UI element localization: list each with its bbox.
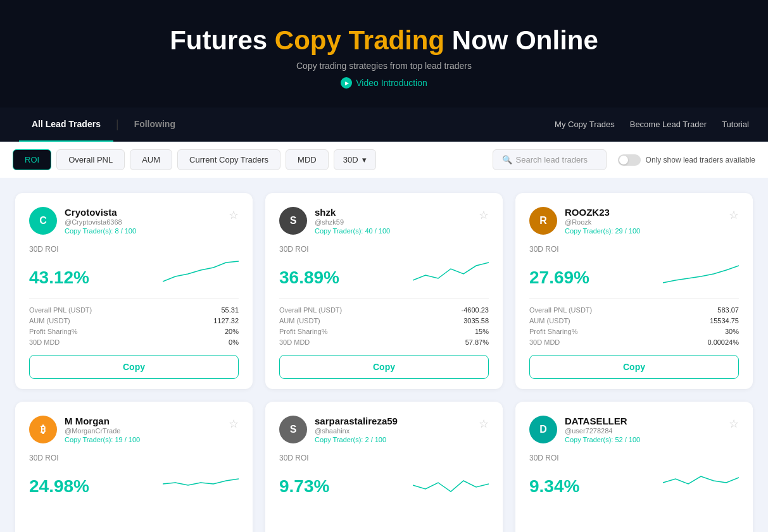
user-handle: @Roozk	[565, 218, 640, 226]
trader-card: S shzk @shzk59 Copy Trader(s): 40 / 100 …	[265, 193, 503, 389]
mdd-label: 30D MDD	[29, 338, 60, 346]
roi-section: 36.89%	[279, 256, 489, 288]
hero-section: Futures Copy Trading Now Online Copy tra…	[0, 0, 768, 108]
filter-mdd[interactable]: MDD	[286, 149, 329, 170]
copy-traders-count: Copy Trader(s): 52 / 100	[565, 436, 640, 443]
nav-left: All Lead Traders | Following	[19, 108, 188, 142]
stat-row-mdd: 30D MDD 0.00024%	[529, 338, 739, 346]
video-intro-link[interactable]: Video Introduction	[341, 77, 427, 89]
card-header: ₿ M Morgan @MorganCrTrade Copy Trader(s)…	[29, 416, 239, 443]
search-lead-traders[interactable]: 🔍 Search lead traders	[493, 149, 607, 170]
aum-value: 15534.75	[710, 317, 739, 325]
card-user: S shzk @shzk59 Copy Trader(s): 40 / 100	[279, 207, 390, 235]
hero-title-accent: Copy Trading	[275, 25, 444, 55]
roi-section: 9.34%	[529, 465, 739, 497]
roi-value: 43.12%	[29, 268, 89, 288]
pnl-value: -4600.23	[462, 306, 489, 314]
user-info: M Morgan @MorganCrTrade Copy Trader(s): …	[65, 416, 140, 443]
avatar: R	[529, 207, 557, 235]
hero-title-part2: Now Online	[444, 25, 598, 55]
main-nav: All Lead Traders | Following My Copy Tra…	[0, 108, 768, 142]
filter-bar: ROI Overall PNL AUM Current Copy Traders…	[0, 142, 768, 178]
stat-row-aum: AUM (USDT) 15534.75	[529, 317, 739, 325]
pnl-label: Overall PNL (USDT)	[529, 306, 592, 314]
stat-row-mdd: 30D MDD 0%	[29, 338, 239, 346]
user-info: ROOZK23 @Roozk Copy Trader(s): 29 / 100	[565, 207, 640, 235]
favorite-star-button[interactable]: ☆	[229, 208, 239, 222]
video-intro-label: Video Introduction	[356, 78, 427, 88]
roi-value: 9.73%	[279, 476, 329, 497]
period-dropdown[interactable]: 30D ▾	[334, 149, 376, 170]
toggle-knob	[619, 156, 628, 164]
trader-card: R ROOZK23 @Roozk Copy Trader(s): 29 / 10…	[515, 193, 753, 389]
card-header: R ROOZK23 @Roozk Copy Trader(s): 29 / 10…	[529, 207, 739, 235]
roi-section: 27.69%	[529, 256, 739, 288]
only-available-label: Only show lead traders available	[646, 156, 755, 164]
nav-tab-following[interactable]: Following	[122, 108, 188, 142]
stat-row-aum: AUM (USDT) 3035.58	[279, 317, 489, 325]
avatar: S	[279, 207, 307, 235]
nav-link-tutorial[interactable]: Tutorial	[722, 120, 749, 129]
stat-row-pnl: Overall PNL (USDT) 55.31	[29, 306, 239, 314]
user-handle: @Cryptovista6368	[65, 218, 136, 226]
favorite-star-button[interactable]: ☆	[479, 417, 489, 431]
stat-row-aum: AUM (USDT) 1127.32	[29, 317, 239, 325]
roi-mini-chart	[163, 465, 239, 497]
aum-value: 3035.58	[463, 317, 489, 325]
roi-mini-chart	[413, 465, 489, 497]
roi-mini-chart	[663, 465, 739, 497]
hero-title-part1: Futures	[170, 25, 275, 55]
stat-row-profit: Profit Sharing% 20%	[29, 328, 239, 335]
avatar: D	[529, 416, 557, 443]
aum-value: 1127.32	[213, 317, 239, 325]
stats-table: Overall PNL (USDT) -4600.23 AUM (USDT) 3…	[279, 298, 489, 346]
nav-tab-all-traders[interactable]: All Lead Traders	[19, 108, 113, 142]
copy-button[interactable]: Copy	[29, 355, 239, 379]
favorite-star-button[interactable]: ☆	[229, 417, 239, 431]
hero-title: Futures Copy Trading Now Online	[13, 25, 755, 56]
copy-button[interactable]: Copy	[279, 355, 489, 379]
only-available-toggle[interactable]	[618, 154, 641, 166]
copy-traders-count: Copy Trader(s): 19 / 100	[65, 436, 140, 443]
trader-card: ₿ M Morgan @MorganCrTrade Copy Trader(s)…	[15, 402, 253, 532]
favorite-star-button[interactable]: ☆	[729, 208, 739, 222]
roi-label: 30D ROI	[279, 454, 489, 462]
favorite-star-button[interactable]: ☆	[729, 417, 739, 431]
pnl-value: 583.07	[717, 306, 739, 314]
favorite-star-button[interactable]: ☆	[479, 208, 489, 222]
card-header: S shzk @shzk59 Copy Trader(s): 40 / 100 …	[279, 207, 489, 235]
user-name: sarparastalireza59	[315, 416, 398, 426]
user-name: DATASELLER	[565, 416, 640, 426]
user-handle: @user7278284	[565, 427, 640, 435]
aum-label: AUM (USDT)	[29, 317, 70, 325]
roi-label: 30D ROI	[29, 245, 239, 254]
stat-row-profit: Profit Sharing% 30%	[529, 328, 739, 335]
roi-value: 24.98%	[29, 476, 89, 497]
traders-grid: C Cryotovista @Cryptovista6368 Copy Trad…	[0, 178, 768, 532]
user-info: shzk @shzk59 Copy Trader(s): 40 / 100	[315, 207, 390, 235]
roi-label: 30D ROI	[279, 245, 489, 254]
only-available-toggle-container: Only show lead traders available	[618, 154, 755, 166]
mdd-value: 0.00024%	[707, 338, 739, 346]
copy-traders-count: Copy Trader(s): 8 / 100	[65, 227, 136, 235]
trader-card: D DATASELLER @user7278284 Copy Trader(s)…	[515, 402, 753, 532]
nav-link-my-copy[interactable]: My Copy Trades	[555, 120, 615, 129]
profit-label: Profit Sharing%	[29, 328, 77, 335]
card-user: S sarparastalireza59 @shaahinx Copy Trad…	[279, 416, 398, 443]
avatar: S	[279, 416, 307, 443]
trader-card: S sarparastalireza59 @shaahinx Copy Trad…	[265, 402, 503, 532]
filter-aum[interactable]: AUM	[130, 149, 172, 170]
filter-roi[interactable]: ROI	[13, 149, 51, 170]
stats-placeholder	[29, 507, 239, 532]
search-icon: 🔍	[502, 155, 512, 164]
profit-value: 15%	[475, 328, 489, 335]
nav-link-become[interactable]: Become Lead Trader	[630, 120, 707, 129]
filter-current-copy-traders[interactable]: Current Copy Traders	[177, 149, 280, 170]
mdd-label: 30D MDD	[529, 338, 560, 346]
filter-overall-pnl[interactable]: Overall PNL	[56, 149, 125, 170]
profit-value: 20%	[225, 328, 239, 335]
copy-traders-count: Copy Trader(s): 40 / 100	[315, 227, 390, 235]
user-name: shzk	[315, 207, 390, 218]
copy-button[interactable]: Copy	[529, 355, 739, 379]
roi-section: 24.98%	[29, 465, 239, 497]
